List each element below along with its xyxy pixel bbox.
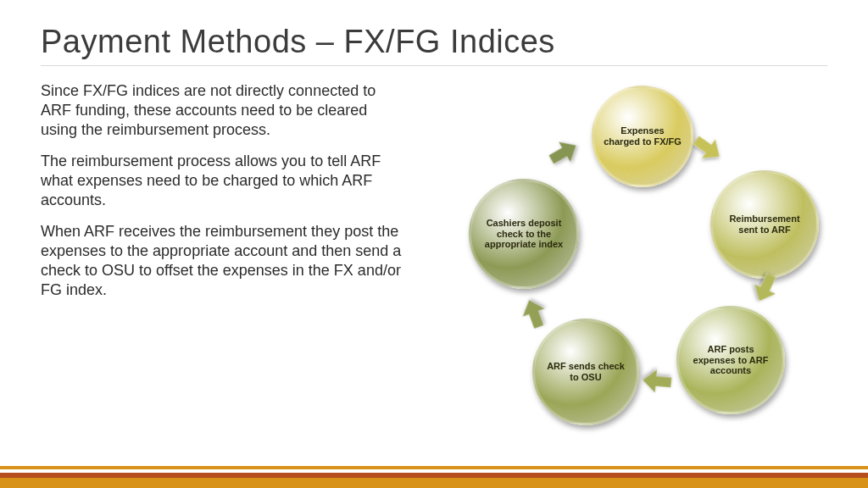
body-text: Since FX/FG indices are not directly con… <box>41 81 405 437</box>
cycle-node-4: Cashiers deposit check to the appropriat… <box>469 179 579 289</box>
paragraph-2: The reimbursement process allows you to … <box>41 152 405 210</box>
cycle-node-1: Reimbursement sent to ARF <box>710 170 819 279</box>
paragraph-1: Since FX/FG indices are not directly con… <box>41 81 405 140</box>
cycle-arrow-0 <box>689 130 726 166</box>
slide-title: Payment Methods – FX/FG Indices <box>41 24 827 66</box>
cycle-node-0: Expenses charged to FX/FG <box>592 86 693 187</box>
cycle-node-2: ARF posts expenses to ARF accounts <box>676 306 785 414</box>
paragraph-3: When ARF receives the reimbursement they… <box>41 222 405 300</box>
cycle-arrow-4 <box>545 135 581 169</box>
cycle-diagram: Expenses charged to FX/FGReimbursement s… <box>422 81 827 437</box>
footer-band <box>0 473 868 488</box>
cycle-node-3: ARF sends check to OSU <box>532 319 639 425</box>
cycle-arrow-3 <box>518 296 550 331</box>
cycle-arrow-2 <box>642 369 672 395</box>
